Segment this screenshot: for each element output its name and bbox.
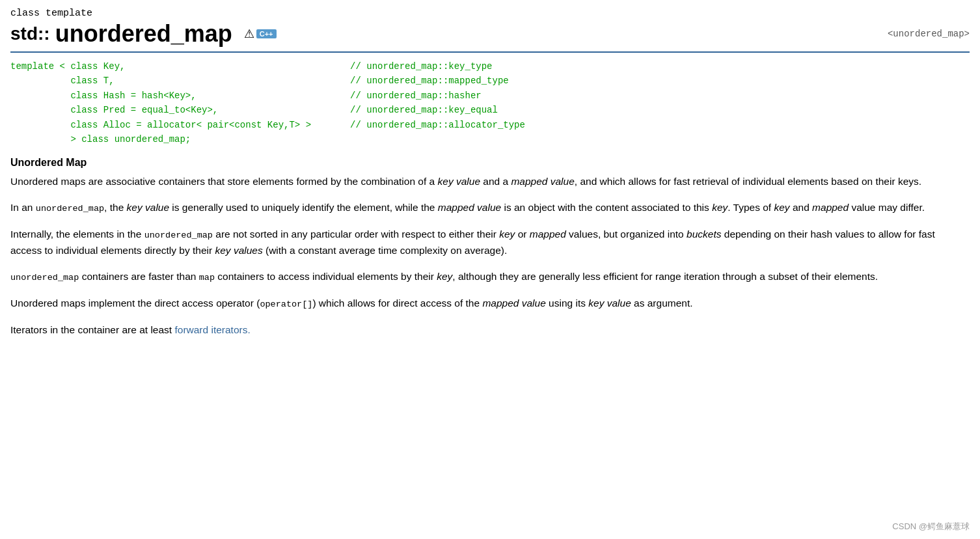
code-line-4: class Pred = equal_to<Key>, xyxy=(10,103,311,117)
class-label: class template xyxy=(10,8,970,19)
code-comment-5: // unordered_map::allocator_type xyxy=(350,118,525,132)
footer-credit: CSDN @鳄鱼麻薏球 xyxy=(892,521,970,532)
paragraph-3: Internally, the elements in the unordere… xyxy=(10,227,960,258)
paragraph-2: In an unordered_map, the key value is ge… xyxy=(10,200,960,216)
code-comment-3: // unordered_map::hasher xyxy=(350,89,525,103)
paragraph-6: Iterators in the container are at least … xyxy=(10,322,960,338)
code-line-1: template < class Key, xyxy=(10,59,311,74)
code-comment-6 xyxy=(350,132,525,146)
code-line-5: class Alloc = allocator< pair<const Key,… xyxy=(10,118,311,132)
forward-iterators-link[interactable]: forward iterators. xyxy=(174,324,250,335)
code-right: // unordered_map::key_type // unordered_… xyxy=(350,59,525,146)
paragraph-4: unordered_map containers are faster than… xyxy=(10,269,960,285)
paragraph-1: Unordered maps are associative container… xyxy=(10,174,960,189)
std-prefix: std:: xyxy=(10,23,50,44)
title-row: std::unordered_map ⚠ C++ <unordered_map> xyxy=(10,20,970,48)
title-left: std::unordered_map ⚠ C++ xyxy=(10,20,277,48)
warning-icon: ⚠ xyxy=(244,27,254,41)
section-title: Unordered Map xyxy=(10,157,970,169)
code-comment-4: // unordered_map::key_equal xyxy=(350,103,525,117)
class-name-heading: unordered_map xyxy=(55,20,232,48)
paragraph-5: Unordered maps implement the direct acce… xyxy=(10,296,960,312)
divider xyxy=(10,51,970,53)
header-ref: <unordered_map> xyxy=(888,29,970,39)
code-line-2: class T, xyxy=(10,74,311,88)
code-line-3: class Hash = hash<Key>, xyxy=(10,89,311,103)
warning-badge: ⚠ C++ xyxy=(244,27,277,41)
code-comment-1: // unordered_map::key_type xyxy=(350,59,525,74)
code-left: template < class Key, class T, class Has… xyxy=(10,59,311,146)
code-comment-2: // unordered_map::mapped_type xyxy=(350,74,525,88)
code-block: template < class Key, class T, class Has… xyxy=(10,59,970,146)
cpp-badge: C++ xyxy=(256,29,277,38)
code-line-6: > class unordered_map; xyxy=(10,132,311,146)
